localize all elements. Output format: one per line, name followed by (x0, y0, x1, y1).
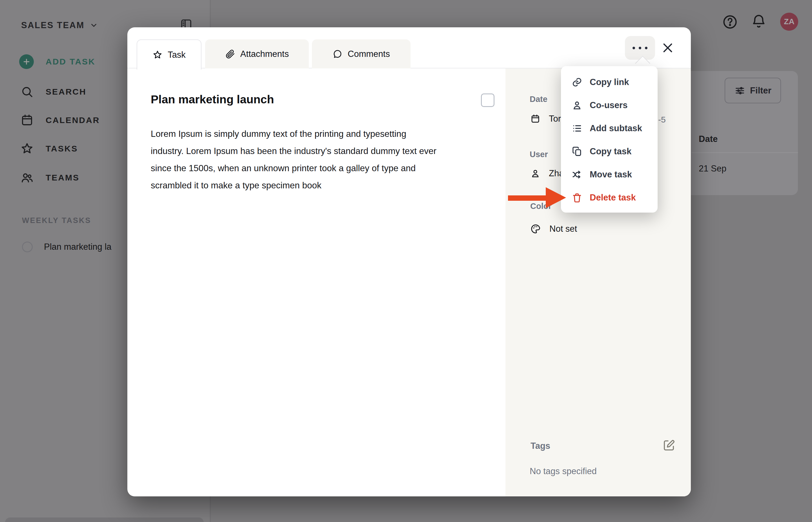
menu-item-label: Add subtask (590, 123, 642, 134)
filter-button[interactable]: Filter (724, 78, 781, 103)
date-value-fragment: Tor (549, 114, 561, 124)
edit-tags-icon[interactable] (662, 439, 676, 452)
sidebar-section-title: WEEKLY TASKS (22, 216, 91, 225)
shuffle-icon (572, 169, 582, 180)
add-task-label: ADD TASK (46, 57, 96, 66)
table-date-header: Date (699, 134, 718, 144)
star-icon (20, 142, 34, 156)
tags-label: Tags (530, 441, 550, 451)
search-icon (20, 85, 34, 99)
link-icon (572, 77, 582, 87)
sidebar-item-label: TEAMS (46, 173, 79, 182)
team-name: SALES TEAM (21, 20, 84, 31)
menu-item-label: Copy link (590, 77, 629, 87)
filter-label: Filter (750, 86, 771, 96)
filter-icon (734, 85, 746, 96)
tags-empty-text: No tags specified (530, 466, 597, 476)
sidebar-task-item[interactable]: Plan marketing la (22, 242, 127, 252)
tab-label: Task (168, 50, 186, 60)
sidebar-item-calendar[interactable]: CALENDAR (20, 114, 100, 127)
menu-item-add-subtask[interactable]: Add subtask (561, 117, 658, 140)
help-icon[interactable] (722, 14, 738, 30)
menu-item-label: Copy task (590, 146, 632, 157)
more-options-button[interactable] (625, 36, 655, 60)
sidebar-item-search[interactable]: SEARCH (20, 85, 86, 99)
avatar-initials: ZA (784, 17, 794, 26)
menu-item-label: Move task (590, 169, 632, 180)
tab-task[interactable]: Task (137, 39, 201, 69)
description-line: since the 1500s, when an unknown printer… (151, 160, 437, 177)
plus-icon (19, 54, 34, 69)
calendar-icon (530, 114, 540, 124)
tab-label: Attachments (240, 49, 289, 59)
sidebar-item-label: TASKS (46, 144, 78, 154)
trash-icon (572, 192, 582, 203)
sidebar-item-label: CALENDAR (46, 116, 100, 125)
tab-comments[interactable]: Comments (312, 39, 410, 68)
menu-item-delete-task[interactable]: Delete task (561, 186, 658, 209)
people-icon (20, 171, 34, 184)
sidebar-item-tasks[interactable]: TASKS (20, 142, 78, 156)
dot (645, 47, 647, 49)
tab-attachments[interactable]: Attachments (205, 39, 309, 68)
add-task-button[interactable]: ADD TASK (19, 54, 96, 69)
date-value-right-fragment: -5 (658, 115, 666, 124)
date-label: Date (530, 95, 547, 104)
color-value: Not set (549, 224, 577, 234)
close-icon[interactable] (660, 41, 675, 55)
team-switcher[interactable]: SALES TEAM (21, 20, 98, 31)
chevron-down-icon (90, 21, 98, 29)
task-title: Plan marketing launch (151, 93, 274, 106)
comment-icon (332, 49, 343, 59)
list-icon (572, 123, 582, 134)
task-description[interactable]: Lorem Ipsum is simply dummy text of the … (151, 125, 437, 194)
menu-item-copy-task[interactable]: Copy task (561, 140, 658, 163)
task-status-circle[interactable] (22, 242, 33, 252)
task-complete-checkbox[interactable] (481, 94, 495, 107)
color-row[interactable]: Not set (530, 224, 577, 234)
sidebar-bottom-item[interactable] (5, 518, 204, 522)
date-row[interactable]: Tor (530, 114, 561, 124)
description-line: scrambled it to make a type specimen boo… (151, 177, 437, 194)
menu-item-move-task[interactable]: Move task (561, 163, 658, 186)
description-line: industry. Lorem Ipsum has been the indus… (151, 142, 437, 160)
user-row[interactable]: Zha (530, 168, 564, 179)
paperclip-icon (225, 49, 235, 59)
dot (633, 47, 635, 49)
table-divider (691, 152, 798, 153)
task-item-label: Plan marketing la (44, 242, 112, 252)
person-icon (530, 168, 540, 179)
copy-icon (572, 146, 582, 157)
sidebar-item-label: SEARCH (46, 87, 86, 97)
tab-label: Comments (348, 49, 390, 59)
avatar[interactable]: ZA (780, 13, 798, 31)
star-icon (152, 50, 162, 60)
user-label: User (530, 150, 548, 159)
table-row-date: 21 Sep (699, 164, 726, 174)
calendar-icon (20, 114, 34, 127)
person-icon (572, 100, 582, 111)
menu-item-co-users[interactable]: Co-users (561, 94, 658, 117)
bell-icon[interactable] (751, 14, 767, 29)
description-line: Lorem Ipsum is simply dummy text of the … (151, 125, 437, 142)
menu-item-label: Delete task (590, 193, 636, 203)
sidebar-item-teams[interactable]: TEAMS (20, 171, 79, 184)
app-root: SALES TEAM ADD TASK SEARCH CALENDAR (0, 0, 812, 522)
annotation-arrow (504, 184, 569, 211)
palette-icon (530, 224, 541, 234)
menu-item-label: Co-users (590, 100, 627, 111)
dot (639, 47, 641, 49)
menu-item-copy-link[interactable]: Copy link (561, 71, 658, 94)
